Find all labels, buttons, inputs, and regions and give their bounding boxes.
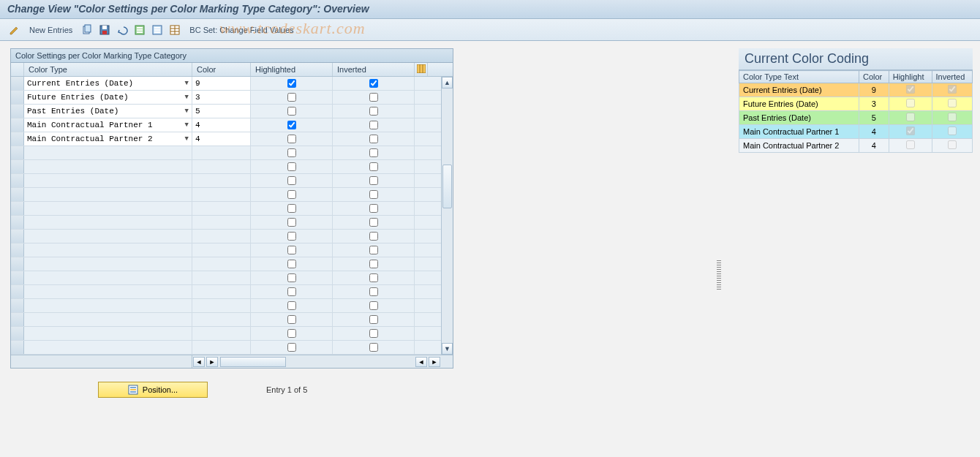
highlighted-cell[interactable] xyxy=(251,271,333,284)
inverted-cell[interactable] xyxy=(333,105,415,118)
row-selector[interactable] xyxy=(11,230,24,243)
row-selector[interactable] xyxy=(11,243,24,257)
color-value-cell[interactable] xyxy=(192,188,251,201)
highlighted-cell[interactable] xyxy=(251,230,333,243)
highlighted-cell[interactable] xyxy=(251,105,333,118)
table-row[interactable]: Main Contractual Partner 1▼4 xyxy=(11,118,453,132)
highlighted-checkbox[interactable] xyxy=(287,190,296,199)
row-selector[interactable] xyxy=(11,91,24,104)
grid-vertical-scrollbar[interactable]: ▲ ▼ xyxy=(441,77,453,355)
inverted-cell[interactable] xyxy=(333,327,415,340)
deselect-all-icon[interactable] xyxy=(150,23,165,37)
new-entries-button[interactable]: New Entries xyxy=(25,26,77,34)
color-type-cell[interactable] xyxy=(24,160,192,173)
color-value-cell[interactable] xyxy=(192,299,251,312)
inverted-cell[interactable] xyxy=(333,341,415,354)
inverted-checkbox[interactable] xyxy=(369,287,378,296)
row-selector[interactable] xyxy=(11,174,24,187)
highlighted-checkbox[interactable] xyxy=(287,343,296,352)
color-type-cell[interactable]: Past Entries (Date)▼ xyxy=(24,105,192,118)
inverted-checkbox[interactable] xyxy=(369,218,378,227)
color-type-cell[interactable] xyxy=(24,285,192,298)
color-type-cell[interactable] xyxy=(24,174,192,187)
inverted-cell[interactable] xyxy=(333,271,415,284)
color-value-cell[interactable]: 9 xyxy=(192,77,251,90)
color-type-cell[interactable]: Current Entries (Date)▼ xyxy=(24,77,192,90)
inverted-cell[interactable] xyxy=(333,188,415,201)
inverted-checkbox[interactable] xyxy=(369,162,378,171)
table-settings-icon[interactable] xyxy=(167,23,182,37)
highlighted-cell[interactable] xyxy=(251,257,333,271)
color-value-cell[interactable] xyxy=(192,160,251,173)
highlighted-cell[interactable] xyxy=(251,146,333,159)
highlighted-cell[interactable] xyxy=(251,188,333,201)
color-value-cell[interactable] xyxy=(192,327,251,340)
highlighted-checkbox[interactable] xyxy=(287,148,296,157)
color-type-cell[interactable] xyxy=(24,243,192,257)
splitter-handle[interactable] xyxy=(717,260,721,290)
inverted-checkbox[interactable] xyxy=(369,260,378,268)
highlighted-checkbox[interactable] xyxy=(287,315,296,324)
table-row-empty[interactable] xyxy=(11,202,453,216)
highlighted-cell[interactable] xyxy=(251,313,333,326)
color-type-cell[interactable] xyxy=(24,188,192,201)
copy-icon[interactable] xyxy=(80,23,94,37)
highlighted-checkbox[interactable] xyxy=(287,135,296,143)
color-type-cell[interactable] xyxy=(24,271,192,284)
inverted-checkbox[interactable] xyxy=(369,273,378,282)
color-value-cell[interactable] xyxy=(192,146,251,159)
row-selector[interactable] xyxy=(11,188,24,201)
grid-header-inverted[interactable]: Inverted xyxy=(333,63,415,76)
color-value-cell[interactable] xyxy=(192,174,251,187)
highlighted-checkbox[interactable] xyxy=(287,79,296,88)
row-selector[interactable] xyxy=(11,285,24,298)
color-type-cell[interactable] xyxy=(24,341,192,354)
scroll-down-icon[interactable]: ▼ xyxy=(442,343,453,355)
row-selector[interactable] xyxy=(11,299,24,312)
color-value-cell[interactable] xyxy=(192,216,251,229)
color-value-cell[interactable] xyxy=(192,313,251,326)
row-selector[interactable] xyxy=(11,216,24,229)
highlighted-cell[interactable] xyxy=(251,132,333,146)
row-selector[interactable] xyxy=(11,105,24,118)
table-row-empty[interactable] xyxy=(11,216,453,230)
inverted-checkbox[interactable] xyxy=(369,176,378,185)
dropdown-icon[interactable]: ▼ xyxy=(185,94,189,101)
color-type-cell[interactable] xyxy=(24,216,192,229)
toggle-edit-icon[interactable] xyxy=(7,23,22,37)
hscroll-right2-icon[interactable]: ► xyxy=(429,357,440,367)
highlighted-cell[interactable] xyxy=(251,77,333,90)
table-row[interactable]: Future Entries (Date)▼3 xyxy=(11,91,453,105)
table-row[interactable]: Current Entries (Date)▼9 xyxy=(11,77,453,91)
inverted-cell[interactable] xyxy=(333,174,415,187)
highlighted-checkbox[interactable] xyxy=(287,121,296,129)
undo-icon[interactable] xyxy=(115,23,129,37)
table-row-empty[interactable] xyxy=(11,299,453,313)
rp-header-color[interactable]: Color xyxy=(859,71,889,83)
row-selector[interactable] xyxy=(11,132,24,146)
dropdown-icon[interactable]: ▼ xyxy=(185,80,189,87)
row-selector[interactable] xyxy=(11,257,24,271)
inverted-checkbox[interactable] xyxy=(369,329,378,338)
inverted-cell[interactable] xyxy=(333,257,415,271)
inverted-checkbox[interactable] xyxy=(369,148,378,157)
scroll-thumb[interactable] xyxy=(442,165,452,208)
row-selector[interactable] xyxy=(11,118,24,132)
table-row-empty[interactable] xyxy=(11,341,453,355)
highlighted-checkbox[interactable] xyxy=(287,273,296,282)
highlighted-checkbox[interactable] xyxy=(287,287,296,296)
dropdown-icon[interactable]: ▼ xyxy=(185,135,189,143)
inverted-cell[interactable] xyxy=(333,243,415,257)
highlighted-cell[interactable] xyxy=(251,243,333,257)
inverted-cell[interactable] xyxy=(333,230,415,243)
highlighted-checkbox[interactable] xyxy=(287,232,296,241)
color-value-cell[interactable]: 4 xyxy=(192,118,251,132)
highlighted-checkbox[interactable] xyxy=(287,218,296,227)
color-value-cell[interactable] xyxy=(192,202,251,215)
highlighted-checkbox[interactable] xyxy=(287,301,296,310)
row-selector[interactable] xyxy=(11,202,24,215)
color-type-cell[interactable] xyxy=(24,202,192,215)
highlighted-checkbox[interactable] xyxy=(287,260,296,268)
row-selector[interactable] xyxy=(11,341,24,354)
color-value-cell[interactable] xyxy=(192,257,251,271)
